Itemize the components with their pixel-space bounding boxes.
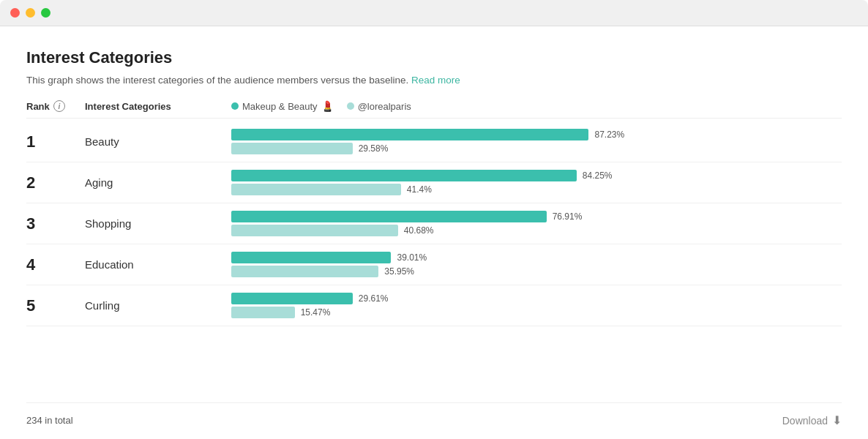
footer: 234 in total Download ⬇ — [26, 402, 842, 439]
legend-emoji-1: 💄 — [321, 100, 334, 112]
page-title: Interest Categories — [26, 48, 842, 67]
bar-primary — [231, 170, 577, 181]
category-name: Shopping — [85, 217, 231, 230]
download-icon: ⬇ — [832, 413, 842, 427]
bar-group: 87.23% 29.58% — [231, 129, 842, 154]
rank-number: 4 — [26, 255, 85, 274]
bar-group: 76.91% 40.68% — [231, 211, 842, 236]
close-dot[interactable] — [10, 8, 20, 18]
window-chrome — [0, 0, 868, 26]
bar-group: 29.61% 15.47% — [231, 293, 842, 318]
download-label: Download — [782, 415, 828, 427]
bar-wrap-2: 29.58% — [231, 143, 842, 154]
rank-header: Rank i — [26, 100, 85, 112]
minimize-dot[interactable] — [26, 8, 35, 18]
bar-label-1: 87.23% — [594, 130, 624, 140]
table-row: 1 Beauty 87.23% 29.58% — [26, 121, 842, 162]
bar-label-2: 29.58% — [359, 143, 389, 154]
bar-primary — [231, 129, 588, 140]
table-row: 5 Curling 29.61% 15.47% — [26, 285, 842, 326]
bar-wrap-2: 40.68% — [231, 225, 842, 236]
legend-dot-2 — [347, 102, 354, 110]
subtitle: This graph shows the interest categories… — [26, 75, 842, 86]
category-name: Aging — [85, 176, 231, 189]
total-count: 234 in total — [26, 415, 73, 426]
bar-wrap-1: 84.25% — [231, 170, 842, 181]
maximize-dot[interactable] — [41, 8, 50, 18]
category-name: Curling — [85, 299, 231, 312]
rank-number: 3 — [26, 214, 85, 233]
rank-info-icon[interactable]: i — [53, 100, 65, 112]
bar-secondary — [231, 143, 353, 154]
bar-group: 84.25% 41.4% — [231, 170, 842, 195]
legend: Makeup & Beauty 💄 @lorealparis — [231, 100, 842, 112]
data-rows: 1 Beauty 87.23% 29.58% 2 Aging 84.25% — [26, 121, 842, 402]
bar-label-2: 15.47% — [301, 307, 331, 318]
bar-wrap-1: 87.23% — [231, 129, 842, 140]
bar-label-2: 40.68% — [404, 225, 434, 236]
legend-label-2: @lorealparis — [358, 101, 411, 112]
bar-secondary — [231, 184, 401, 195]
bar-secondary — [231, 307, 295, 318]
bar-secondary — [231, 225, 398, 236]
bar-wrap-2: 35.95% — [231, 266, 842, 277]
bar-label-2: 35.95% — [384, 266, 414, 277]
table-row: 3 Shopping 76.91% 40.68% — [26, 203, 842, 244]
bar-label-1: 29.61% — [359, 293, 389, 304]
legend-label-1: Makeup & Beauty — [242, 101, 318, 112]
bar-wrap-1: 39.01% — [231, 252, 842, 263]
bar-primary — [231, 293, 353, 304]
bar-wrap-1: 76.91% — [231, 211, 842, 222]
bar-wrap-1: 29.61% — [231, 293, 842, 304]
main-content: Interest Categories This graph shows the… — [0, 26, 868, 439]
legend-item-1: Makeup & Beauty 💄 — [231, 100, 334, 112]
bar-label-1: 84.25% — [583, 170, 613, 181]
rank-number: 2 — [26, 173, 85, 192]
table-header: Rank i Interest Categories Makeup & Beau… — [26, 100, 842, 119]
bar-primary — [231, 211, 547, 222]
category-label: Interest Categories — [85, 101, 171, 112]
bar-wrap-2: 15.47% — [231, 307, 842, 318]
read-more-link[interactable]: Read more — [411, 75, 460, 86]
bar-group: 39.01% 35.95% — [231, 252, 842, 277]
category-header: Interest Categories — [85, 101, 231, 112]
legend-item-2: @lorealparis — [347, 101, 411, 112]
bar-label-1: 76.91% — [553, 211, 583, 222]
subtitle-text: This graph shows the interest categories… — [26, 75, 408, 86]
bar-primary — [231, 252, 391, 263]
download-button[interactable]: Download ⬇ — [782, 413, 842, 427]
category-name: Beauty — [85, 135, 231, 148]
rank-number: 1 — [26, 132, 85, 151]
bar-secondary — [231, 266, 378, 277]
rank-number: 5 — [26, 296, 85, 315]
legend-dot-1 — [231, 102, 239, 110]
bar-wrap-2: 41.4% — [231, 184, 842, 195]
rank-label: Rank — [26, 101, 50, 112]
category-name: Education — [85, 258, 231, 271]
bar-label-1: 39.01% — [397, 252, 427, 263]
table-row: 4 Education 39.01% 35.95% — [26, 244, 842, 285]
bar-label-2: 41.4% — [407, 184, 432, 195]
table-row: 2 Aging 84.25% 41.4% — [26, 162, 842, 203]
